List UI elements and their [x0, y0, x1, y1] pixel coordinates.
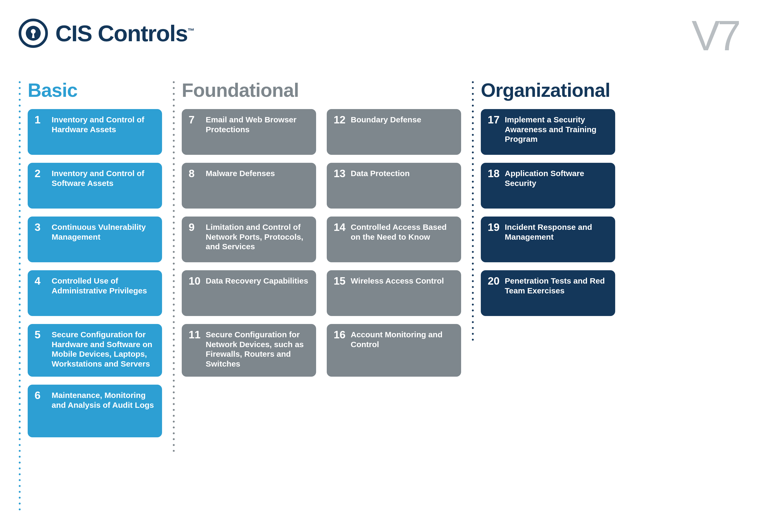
- version-label: V7: [691, 18, 739, 53]
- column-divider-dots: [173, 79, 175, 452]
- control-number: 13: [334, 167, 346, 179]
- control-card-1: 1 Inventory and Control of Hardware Asse…: [28, 109, 162, 155]
- control-label: Controlled Use of Administrative Privile…: [52, 275, 155, 296]
- control-label: Inventory and Control of Software Assets: [52, 167, 155, 188]
- control-card-10: 10 Data Recovery Capabilities: [182, 270, 316, 316]
- control-label: Malware Defenses: [206, 167, 275, 178]
- control-number: 18: [488, 167, 500, 179]
- brand: CIS Controls™: [18, 18, 194, 48]
- control-number: 5: [35, 329, 47, 340]
- control-number: 11: [189, 329, 201, 340]
- control-number: 10: [189, 275, 201, 286]
- control-card-7: 7 Email and Web Browser Protections: [182, 109, 316, 155]
- organizational-card-list: 17 Implement a Security Awareness and Tr…: [481, 109, 615, 316]
- control-label: Data Protection: [351, 167, 410, 178]
- control-label: Penetration Tests and Red Team Exercises: [505, 275, 608, 296]
- control-card-19: 19 Incident Response and Management: [481, 217, 615, 262]
- control-number: 9: [189, 221, 201, 232]
- brand-title: CIS Controls™: [55, 20, 194, 46]
- control-card-8: 8 Malware Defenses: [182, 163, 316, 209]
- control-number: 3: [35, 221, 47, 232]
- control-label: Maintenance, Monitoring and Analysis of …: [52, 389, 155, 410]
- column-divider-dots: [18, 79, 21, 513]
- column-organizational: Organizational 17 Implement a Security A…: [472, 79, 615, 342]
- basic-card-list: 1 Inventory and Control of Hardware Asse…: [28, 109, 162, 437]
- column-foundational: Foundational 7 Email and Web Browser Pro…: [173, 79, 461, 452]
- foundational-right-list: 12 Boundary Defense 13 Data Protection 1…: [327, 109, 461, 377]
- control-label: Data Recovery Capabilities: [206, 275, 308, 286]
- control-number: 19: [488, 221, 500, 232]
- header: CIS Controls™ V7: [18, 18, 739, 53]
- control-number: 12: [334, 114, 346, 125]
- column-title-foundational: Foundational: [182, 79, 461, 101]
- control-card-5: 5 Secure Configuration for Hardware and …: [28, 324, 162, 377]
- column-divider-dots: [472, 79, 474, 342]
- control-card-13: 13 Data Protection: [327, 163, 461, 209]
- control-card-11: 11 Secure Configuration for Network Devi…: [182, 324, 316, 377]
- brand-tm: ™: [188, 27, 194, 35]
- control-card-14: 14 Controlled Access Based on the Need t…: [327, 217, 461, 262]
- columns: Basic 1 Inventory and Control of Hardwar…: [18, 79, 739, 513]
- control-label: Continuous Vulnerability Management: [52, 221, 155, 242]
- control-label: Implement a Security Awareness and Train…: [505, 114, 608, 144]
- control-number: 17: [488, 114, 500, 125]
- control-number: 2: [35, 167, 47, 179]
- control-label: Incident Response and Management: [505, 221, 608, 242]
- control-number: 8: [189, 167, 201, 179]
- control-label: Wireless Access Control: [351, 275, 444, 286]
- control-card-18: 18 Application Software Security: [481, 163, 615, 209]
- foundational-left-list: 7 Email and Web Browser Protections 8 Ma…: [182, 109, 316, 377]
- brand-title-text: CIS Controls: [55, 20, 188, 46]
- control-card-2: 2 Inventory and Control of Software Asse…: [28, 163, 162, 209]
- control-label: Boundary Defense: [351, 114, 421, 125]
- control-label: Application Software Security: [505, 167, 608, 188]
- control-number: 6: [35, 389, 47, 400]
- control-number: 16: [334, 329, 346, 340]
- column-title-organizational: Organizational: [481, 79, 615, 101]
- control-label: Controlled Access Based on the Need to K…: [351, 221, 454, 242]
- control-label: Inventory and Control of Hardware Assets: [52, 114, 155, 134]
- control-number: 15: [334, 275, 346, 286]
- control-label: Email and Web Browser Protections: [206, 114, 309, 134]
- control-card-17: 17 Implement a Security Awareness and Tr…: [481, 109, 615, 155]
- control-number: 4: [35, 275, 47, 286]
- control-card-12: 12 Boundary Defense: [327, 109, 461, 155]
- control-label: Secure Configuration for Hardware and So…: [52, 329, 155, 369]
- control-label: Account Monitoring and Control: [351, 329, 454, 349]
- control-card-3: 3 Continuous Vulnerability Management: [28, 217, 162, 262]
- column-basic: Basic 1 Inventory and Control of Hardwar…: [18, 79, 162, 513]
- control-number: 14: [334, 221, 346, 232]
- control-card-15: 15 Wireless Access Control: [327, 270, 461, 316]
- column-title-basic: Basic: [28, 79, 162, 101]
- control-number: 1: [35, 114, 47, 125]
- control-card-6: 6 Maintenance, Monitoring and Analysis o…: [28, 385, 162, 437]
- control-card-16: 16 Account Monitoring and Control: [327, 324, 461, 377]
- control-number: 20: [488, 275, 500, 286]
- control-number: 7: [189, 114, 201, 125]
- control-card-20: 20 Penetration Tests and Red Team Exerci…: [481, 270, 615, 316]
- control-card-9: 9 Limitation and Control of Network Port…: [182, 217, 316, 262]
- control-label: Limitation and Control of Network Ports,…: [206, 221, 309, 251]
- control-label: Secure Configuration for Network Devices…: [206, 329, 309, 369]
- control-card-4: 4 Controlled Use of Administrative Privi…: [28, 270, 162, 316]
- cis-logo-icon: [18, 18, 48, 48]
